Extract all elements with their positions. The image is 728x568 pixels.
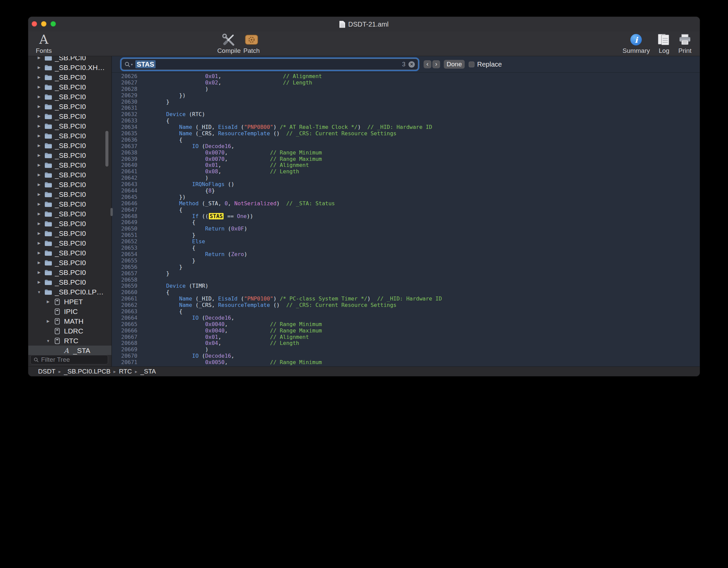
pane-divider-handle[interactable] xyxy=(110,208,113,216)
replace-checkbox[interactable] xyxy=(469,62,474,67)
disclosure-triangle-icon[interactable]: ▶ xyxy=(36,173,42,177)
breadcrumb-item--sb-pci0-lpcb[interactable]: _SB.PCI0.LPCB xyxy=(64,368,110,375)
find-previous-button[interactable]: ‹ xyxy=(424,60,431,68)
log-label: Log xyxy=(659,47,669,55)
search-menu-icon[interactable]: ▾ xyxy=(125,62,133,67)
disclosure-triangle-icon[interactable]: ▶ xyxy=(36,280,42,284)
sidebar-item--sb-pci0[interactable]: ▶_SB.PCI0 xyxy=(28,160,111,170)
disclosure-triangle-icon[interactable]: ▶ xyxy=(45,319,52,323)
disclosure-triangle-icon[interactable]: ▶ xyxy=(36,95,42,99)
log-button[interactable]: Log xyxy=(657,33,671,55)
sidebar-item--sb-pci0[interactable]: ▶_SB.PCI0 xyxy=(28,219,111,228)
find-next-button[interactable]: › xyxy=(432,60,440,68)
zoom-button[interactable] xyxy=(51,21,56,27)
disclosure-triangle-icon[interactable]: ▶ xyxy=(36,153,42,157)
disclosure-triangle-icon[interactable]: ▶ xyxy=(36,231,42,236)
selected-text: STAS xyxy=(135,60,156,68)
printer-icon xyxy=(678,34,692,46)
disclosure-triangle-icon[interactable]: ▶ xyxy=(36,134,42,138)
sidebar-item--sb-pci0[interactable]: ▶_SB.PCI0 xyxy=(28,180,111,189)
titlebar[interactable]: DSDT-21.aml xyxy=(28,17,700,32)
sidebar-item--sta[interactable]: A_STA xyxy=(28,346,111,355)
sidebar-item--sb-pci0-lp-[interactable]: ▼_SB.PCI0.LP… xyxy=(28,287,111,297)
sidebar-item-hpet[interactable]: ▶HPET xyxy=(28,297,111,307)
find-input[interactable]: ▾ STAS 3 ✕ xyxy=(121,59,418,70)
disclosure-triangle-icon[interactable]: ▶ xyxy=(36,221,42,226)
sidebar-item-ipic[interactable]: IPIC xyxy=(28,307,111,316)
code-token: } xyxy=(153,264,183,270)
sidebar-item-label: _SB.PCI0 xyxy=(55,220,86,228)
disclosure-triangle-icon[interactable]: ▶ xyxy=(36,85,42,89)
disclosure-triangle-icon[interactable]: ▶ xyxy=(36,241,42,245)
sidebar-item--sb-pci0[interactable]: ▶_SB.PCI0 xyxy=(28,131,111,141)
breadcrumb-item-dsdt[interactable]: DSDT xyxy=(38,368,56,375)
acpi-tree[interactable]: ▶_SB.PCI0▶_SB.PCI0.XH…▶_SB.PCI0▶_SB.PCI0… xyxy=(28,56,111,355)
sidebar-item--sb-pci0[interactable]: ▶_SB.PCI0 xyxy=(28,170,111,180)
disclosure-triangle-icon[interactable]: ▶ xyxy=(36,56,42,60)
sidebar-item--sb-pci0[interactable]: ▶_SB.PCI0 xyxy=(28,268,111,277)
disclosure-triangle-icon[interactable]: ▼ xyxy=(36,290,42,294)
disclosure-triangle-icon[interactable]: ▶ xyxy=(36,192,42,197)
sidebar-scrollbar[interactable] xyxy=(105,131,108,167)
sidebar-item--sb-pci0[interactable]: ▶_SB.PCI0 xyxy=(28,102,111,111)
code-token: ( xyxy=(199,143,205,149)
fonts-button[interactable]: A Fonts xyxy=(31,33,57,55)
disclosure-triangle-icon[interactable]: ▶ xyxy=(45,299,52,304)
disclosure-triangle-icon[interactable]: ▶ xyxy=(36,270,42,275)
disclosure-triangle-icon[interactable]: ▶ xyxy=(36,65,42,70)
line-number: 20647 xyxy=(112,207,137,213)
sidebar-item--sb-pci0[interactable]: ▶_SB.PCI0 xyxy=(28,56,111,63)
sidebar-item--sb-pci0[interactable]: ▶_SB.PCI0 xyxy=(28,258,111,268)
sidebar-item--sb-pci0[interactable]: ▶_SB.PCI0 xyxy=(28,121,111,131)
filter-tree-field[interactable]: Filter Tree xyxy=(30,355,108,364)
sidebar-item--sb-pci0[interactable]: ▶_SB.PCI0 xyxy=(28,189,111,199)
minimize-button[interactable] xyxy=(41,21,46,27)
sidebar-item--sb-pci0[interactable]: ▶_SB.PCI0 xyxy=(28,111,111,121)
close-button[interactable] xyxy=(32,21,37,27)
sidebar-item--sb-pci0[interactable]: ▶_SB.PCI0 xyxy=(28,199,111,209)
patch-button[interactable]: Patch xyxy=(239,33,264,55)
disclosure-triangle-icon[interactable]: ▶ xyxy=(36,182,42,187)
clear-search-button[interactable]: ✕ xyxy=(408,61,415,68)
sidebar-item--sb-pci0[interactable]: ▶_SB.PCI0 xyxy=(28,277,111,287)
sidebar-item-ldrc[interactable]: LDRC xyxy=(28,326,111,336)
sidebar-item-rtc[interactable]: ▼RTC xyxy=(28,336,111,346)
folder-icon xyxy=(44,260,53,266)
sidebar-item-math[interactable]: ▶MATH xyxy=(28,316,111,326)
code-token: /* PC-class System Timer */ xyxy=(280,295,367,302)
disclosure-triangle-icon[interactable]: ▶ xyxy=(36,104,42,109)
sidebar-item--sb-pci0[interactable]: ▶_SB.PCI0 xyxy=(28,82,111,92)
sidebar-item--sb-pci0[interactable]: ▶_SB.PCI0 xyxy=(28,228,111,238)
sidebar-item--sb-pci0[interactable]: ▶_SB.PCI0 xyxy=(28,72,111,82)
disclosure-triangle-icon[interactable]: ▶ xyxy=(36,124,42,128)
sidebar-item--sb-pci0[interactable]: ▶_SB.PCI0 xyxy=(28,92,111,102)
code-token xyxy=(153,295,179,302)
sidebar-item--sb-pci0[interactable]: ▶_SB.PCI0 xyxy=(28,248,111,258)
disclosure-triangle-icon[interactable]: ▶ xyxy=(36,114,42,118)
code-line-20672: 20672 0x0050, // Range Maximum xyxy=(112,366,700,366)
code-line-20634: 20634 Name (_HID, EisaId ("PNP0B00") /* … xyxy=(112,124,700,131)
disclosure-triangle-icon[interactable]: ▶ xyxy=(36,260,42,265)
sidebar-item--sb-pci0-xh-[interactable]: ▶_SB.PCI0.XH… xyxy=(28,63,111,72)
sidebar-item--sb-pci0[interactable]: ▶_SB.PCI0 xyxy=(28,150,111,160)
disclosure-triangle-icon[interactable]: ▼ xyxy=(45,339,52,343)
disclosure-triangle-icon[interactable]: ▶ xyxy=(36,251,42,255)
disclosure-triangle-icon[interactable]: ▶ xyxy=(36,212,42,216)
line-number: 20627 xyxy=(112,80,137,86)
code-editor[interactable]: 20626 0x01, // Alignment20627 0x02, // L… xyxy=(112,73,700,366)
breadcrumb-item--sta[interactable]: _STA xyxy=(140,368,156,375)
sidebar-item--sb-pci0[interactable]: ▶_SB.PCI0 xyxy=(28,141,111,150)
done-button[interactable]: Done xyxy=(444,60,465,69)
disclosure-triangle-icon[interactable]: ▶ xyxy=(36,75,42,79)
code-text: ) xyxy=(137,347,208,353)
disclosure-triangle-icon[interactable]: ▶ xyxy=(36,143,42,148)
summary-button[interactable]: i Summary xyxy=(623,33,650,55)
code-token: , xyxy=(225,327,270,334)
sidebar-item--sb-pci0[interactable]: ▶_SB.PCI0 xyxy=(28,209,111,219)
breadcrumb-item-rtc[interactable]: RTC xyxy=(119,368,132,375)
print-button[interactable]: Print xyxy=(678,33,692,55)
disclosure-triangle-icon[interactable]: ▶ xyxy=(36,163,42,167)
pane-divider[interactable] xyxy=(111,56,112,366)
disclosure-triangle-icon[interactable]: ▶ xyxy=(36,202,42,206)
sidebar-item--sb-pci0[interactable]: ▶_SB.PCI0 xyxy=(28,238,111,248)
